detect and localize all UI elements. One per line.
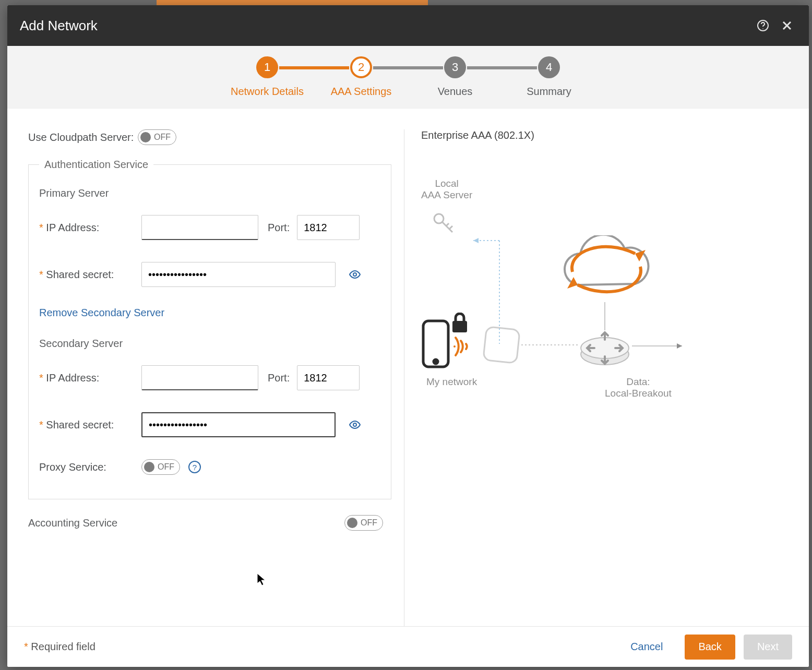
secondary-secret-label: Shared secret:	[39, 419, 141, 431]
eye-icon[interactable]	[348, 418, 362, 432]
primary-port-input[interactable]	[297, 215, 360, 240]
accounting-service-label: Accounting Service	[28, 517, 117, 529]
proxy-service-row: Proxy Service: OFF ?	[39, 459, 380, 475]
info-icon[interactable]: ?	[188, 461, 201, 473]
primary-ip-row: IP Address: Port:	[39, 215, 380, 240]
modal-header: Add Network	[7, 5, 809, 46]
svg-marker-14	[677, 343, 682, 349]
background-accent-strip	[157, 0, 428, 5]
required-field-note: Required field	[24, 641, 95, 653]
step-label: Network Details	[231, 86, 304, 98]
secondary-server-header: Secondary Server	[39, 338, 380, 350]
modal-body: Use Cloudpath Server: OFF Authentication…	[7, 109, 809, 626]
accounting-service-row: Accounting Service OFF	[28, 515, 383, 531]
step-label: Summary	[527, 86, 571, 98]
svg-marker-13	[473, 238, 479, 243]
step-venues[interactable]: 3 Venues	[408, 56, 502, 98]
cloudpath-label: Use Cloudpath Server:	[28, 131, 138, 143]
proxy-service-toggle[interactable]: OFF	[141, 459, 180, 475]
secondary-secret-row: Shared secret:	[39, 412, 380, 437]
close-icon[interactable]	[780, 18, 794, 33]
aaa-type-title: Enterprise AAA (802.1X)	[421, 129, 788, 141]
preview-right-column: Enterprise AAA (802.1X) Local AAA Server…	[404, 129, 788, 626]
diagram-connectors	[421, 178, 692, 418]
cancel-button[interactable]: Cancel	[617, 635, 676, 660]
svg-point-3	[353, 423, 356, 426]
step-number: 2	[350, 56, 372, 78]
secondary-port-input[interactable]	[297, 365, 360, 390]
secondary-port-label: Port:	[268, 372, 290, 384]
auth-fieldset-legend: Authentication Service	[39, 159, 153, 171]
accounting-service-toggle[interactable]: OFF	[344, 515, 383, 531]
toggle-knob	[347, 518, 357, 528]
add-network-modal: Add Network 1 Network Details 2 AAA S	[7, 5, 809, 667]
modal-title: Add Network	[20, 18, 98, 34]
form-left-column: Use Cloudpath Server: OFF Authentication…	[28, 129, 404, 626]
authentication-service-fieldset: Authentication Service Primary Server IP…	[28, 159, 391, 499]
secondary-ip-label: IP Address:	[39, 372, 141, 384]
network-diagram: Local AAA Server My network Data: Local-…	[421, 178, 692, 418]
toggle-off-label: OFF	[361, 518, 377, 528]
step-aaa-settings[interactable]: 2 AAA Settings	[314, 56, 408, 98]
step-network-details[interactable]: 1 Network Details	[220, 56, 314, 98]
eye-icon[interactable]	[348, 268, 362, 281]
wizard-stepper: 1 Network Details 2 AAA Settings 3 Venue…	[7, 46, 809, 109]
remove-secondary-link[interactable]: Remove Secondary Server	[39, 307, 164, 319]
back-button[interactable]: Back	[685, 635, 735, 660]
primary-port-label: Port:	[268, 222, 290, 234]
cloudpath-toggle[interactable]: OFF	[138, 129, 176, 145]
primary-server-header: Primary Server	[39, 187, 380, 199]
step-number: 4	[538, 56, 560, 78]
toggle-off-label: OFF	[158, 462, 174, 472]
primary-ip-label: IP Address:	[39, 222, 141, 234]
next-button[interactable]: Next	[744, 635, 792, 660]
proxy-service-label: Proxy Service:	[39, 461, 141, 473]
secondary-ip-input[interactable]	[141, 365, 258, 390]
primary-secret-input[interactable]	[141, 262, 336, 287]
toggle-knob	[144, 462, 154, 472]
step-summary[interactable]: 4 Summary	[502, 56, 596, 98]
svg-point-2	[353, 273, 356, 276]
cursor-icon	[257, 573, 266, 587]
svg-point-1	[762, 28, 763, 29]
primary-ip-input[interactable]	[141, 215, 258, 240]
toggle-off-label: OFF	[154, 133, 171, 142]
primary-secret-label: Shared secret:	[39, 269, 141, 281]
step-label: Venues	[438, 86, 473, 98]
step-label: AAA Settings	[331, 86, 392, 98]
modal-footer: Required field Cancel Back Next	[7, 626, 809, 667]
secondary-ip-row: IP Address: Port:	[39, 365, 380, 390]
toggle-knob	[140, 132, 151, 142]
step-number: 3	[444, 56, 466, 78]
help-icon[interactable]	[756, 18, 770, 33]
step-number: 1	[256, 56, 278, 78]
primary-secret-row: Shared secret:	[39, 262, 380, 287]
secondary-secret-input[interactable]	[141, 412, 336, 437]
cloudpath-row: Use Cloudpath Server: OFF	[28, 129, 391, 145]
